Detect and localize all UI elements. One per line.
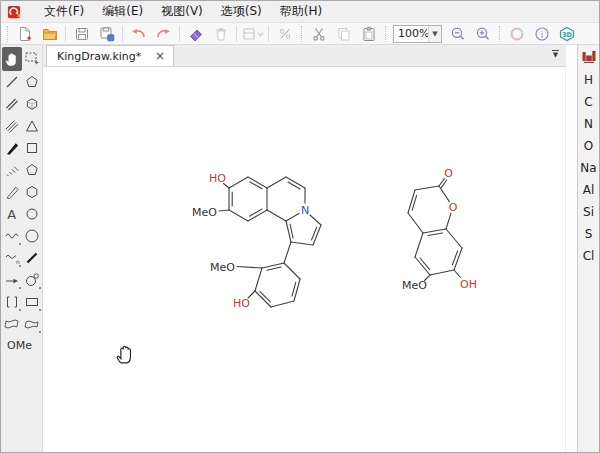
cyclohexane-3d-ring-tool[interactable] — [23, 93, 43, 115]
eraser-button[interactable] — [183, 23, 208, 44]
atom-label-meo-bottom: MeO — [210, 261, 235, 274]
save-as-button[interactable] — [94, 23, 119, 44]
polymer-chain-icon: n — [4, 250, 20, 266]
hash-wedge-icon — [4, 162, 20, 178]
zoom-level-combo[interactable]: 100% ▼ — [393, 25, 442, 43]
app-logo-icon — [7, 5, 21, 19]
molecule-pyrroloisoquinoline[interactable]: HO MeO N MeO HO — [192, 172, 321, 310]
single-bond-tool[interactable] — [2, 71, 22, 93]
circle-ring-icon — [24, 206, 40, 222]
view-3d-button[interactable]: 3D — [554, 23, 579, 44]
marquee-icon — [24, 50, 40, 66]
toolbar-separator — [179, 26, 180, 42]
large-ring-tool[interactable] — [23, 225, 43, 247]
svg-text:i: i — [540, 29, 543, 39]
hexagon-ring-icon — [24, 184, 40, 200]
info-icon: i — [534, 26, 550, 42]
open-file-button[interactable] — [37, 23, 62, 44]
element-h[interactable]: H — [578, 69, 599, 91]
toolbar-grip — [499, 26, 500, 42]
save-button[interactable] — [69, 23, 94, 44]
menu-file[interactable]: 文件(F) — [35, 1, 93, 22]
element-n[interactable]: N — [578, 113, 599, 135]
rectangle-shape-tool[interactable] — [23, 291, 43, 313]
undo-button[interactable] — [126, 23, 151, 44]
toolbar-separator — [236, 26, 237, 42]
brackets-icon — [4, 294, 20, 310]
zoom-out-button[interactable] — [445, 23, 470, 44]
zoom-in-button[interactable] — [470, 23, 495, 44]
element-na[interactable]: Na — [578, 157, 599, 179]
cyclopentadiene-ring-tool[interactable] — [23, 71, 43, 93]
percent-tool-button[interactable] — [272, 23, 297, 44]
element-s[interactable]: S — [578, 223, 599, 245]
brackets-tool[interactable] — [2, 291, 22, 313]
double-bond-tool[interactable] — [2, 93, 22, 115]
reaction-arrow-tool[interactable] — [2, 269, 22, 291]
marquee-select-tool[interactable] — [23, 47, 43, 69]
about-info-button[interactable]: i — [529, 23, 554, 44]
color-picker-button[interactable] — [504, 23, 529, 44]
delete-button[interactable] — [208, 23, 233, 44]
element-cl[interactable]: Cl — [578, 245, 599, 267]
hexagon-3d-icon — [24, 96, 40, 112]
element-al[interactable]: Al — [578, 179, 599, 201]
svg-text:n: n — [16, 258, 20, 265]
canvas-scrollbar[interactable] — [565, 45, 577, 452]
cyclopentane-ring-tool[interactable] — [23, 159, 43, 181]
template-button[interactable] — [240, 23, 265, 44]
cyclohexane-ring-tool[interactable] — [23, 181, 43, 203]
menu-view[interactable]: 视图(V) — [152, 1, 212, 22]
curved-quad-icon — [4, 318, 20, 330]
hand-cursor-icon — [117, 346, 130, 363]
cyclobutane-ring-tool[interactable] — [23, 137, 43, 159]
triple-bond-tool[interactable] — [2, 115, 22, 137]
new-document-button[interactable] — [12, 23, 37, 44]
periodic-table-icon[interactable] — [582, 51, 596, 63]
wavy-bond-tool[interactable] — [2, 225, 22, 247]
polymer-chain-tool[interactable]: n — [2, 247, 22, 269]
tool-palette: A n — [1, 45, 43, 452]
text-tool[interactable]: A — [2, 203, 22, 225]
element-si[interactable]: Si — [578, 201, 599, 223]
double-bond-icon — [4, 96, 20, 112]
tab-bar: KingDraw.king* × ▼ — [43, 45, 565, 67]
ring-tool-circle[interactable] — [23, 203, 43, 225]
redo-button[interactable] — [151, 23, 176, 44]
hash-wedge-bond-tool[interactable] — [2, 159, 22, 181]
three-d-icon: 3D — [558, 26, 576, 42]
ome-shortcut-label[interactable]: OMe — [1, 335, 42, 352]
wavy-bond-icon — [4, 228, 20, 244]
menu-edit[interactable]: 编辑(E) — [93, 1, 152, 22]
bold-bond-tool[interactable] — [23, 247, 43, 269]
element-o[interactable]: O — [578, 135, 599, 157]
curved-quad-icon — [24, 318, 40, 330]
pan-hand-tool[interactable] — [2, 47, 22, 71]
menu-help[interactable]: 帮助(H) — [271, 1, 331, 22]
triangle-ring-icon — [24, 118, 40, 134]
element-c[interactable]: C — [578, 91, 599, 113]
zoom-dropdown-arrow-icon[interactable]: ▼ — [428, 26, 441, 42]
cyclopropane-ring-tool[interactable] — [23, 115, 43, 137]
cut-button[interactable] — [306, 23, 331, 44]
molecule-coumarin[interactable]: O O OH MeO — [402, 167, 477, 292]
paste-icon — [361, 26, 377, 42]
aromatic-ring-tool[interactable] — [23, 269, 43, 291]
tab-overflow-icon[interactable]: ▼ — [549, 48, 562, 62]
bold-bond-icon — [24, 250, 40, 266]
drawing-canvas[interactable]: HO MeO N MeO HO — [43, 67, 565, 452]
single-bond-icon — [4, 74, 20, 90]
toolbar-grip — [7, 26, 8, 42]
paste-button[interactable] — [356, 23, 381, 44]
copy-button[interactable] — [331, 23, 356, 44]
curved-shape-tool-2[interactable] — [23, 313, 43, 335]
document-tab[interactable]: KingDraw.king* × — [46, 45, 174, 66]
menu-options[interactable]: 选项(S) — [212, 1, 271, 22]
atom-label-oh: OH — [460, 278, 477, 291]
tab-close-icon[interactable]: × — [153, 50, 167, 62]
curved-shape-tool-1[interactable] — [2, 313, 22, 335]
hollow-wedge-bond-tool[interactable] — [2, 181, 22, 203]
undo-icon — [130, 26, 147, 42]
wedge-bond-tool[interactable] — [2, 137, 22, 159]
wedge-bond-icon — [4, 140, 20, 156]
